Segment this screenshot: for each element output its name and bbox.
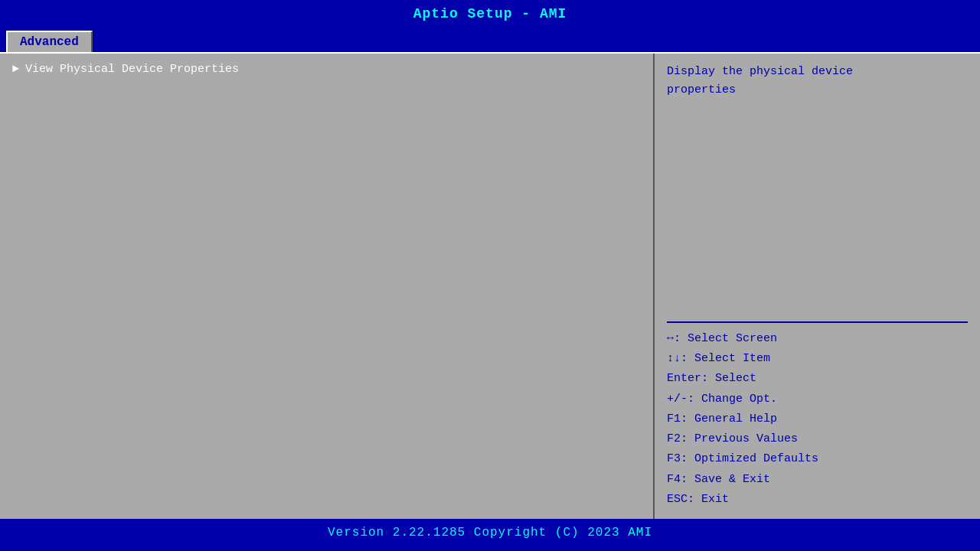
help-text-line2: properties: [667, 83, 736, 96]
tab-advanced-label: Advanced: [20, 35, 79, 49]
key-optimized-defaults: F3: Optimized Defaults: [667, 449, 968, 469]
key-save-exit: F4: Save & Exit: [667, 470, 968, 490]
key-select-item: ↕↓: Select Item: [667, 349, 968, 369]
arrow-icon: ►: [12, 63, 19, 76]
key-legend: ↔: Select Screen ↕↓: Select Item Enter: …: [667, 329, 968, 510]
key-general-help: F1: General Help: [667, 409, 968, 429]
left-panel: ► View Physical Device Properties: [0, 54, 655, 519]
key-enter-select: Enter: Select: [667, 369, 968, 389]
help-text: Display the physical device properties: [667, 63, 968, 315]
key-previous-values: F2: Previous Values: [667, 429, 968, 449]
key-select-screen: ↔: Select Screen: [667, 329, 968, 349]
key-esc-exit: ESC: Exit: [667, 490, 968, 510]
menu-item-view-physical[interactable]: ► View Physical Device Properties: [6, 60, 647, 79]
header-title: Aptio Setup - AMI: [413, 6, 567, 21]
menu-item-label: View Physical Device Properties: [25, 63, 239, 76]
right-panel: Display the physical device properties ↔…: [655, 54, 980, 519]
header: Aptio Setup - AMI: [0, 0, 980, 28]
main-content: ► View Physical Device Properties Displa…: [0, 52, 980, 519]
footer: Version 2.22.1285 Copyright (C) 2023 AMI: [0, 519, 980, 546]
divider: [667, 321, 968, 323]
footer-version: Version 2.22.1285 Copyright (C) 2023 AMI: [328, 526, 652, 540]
tab-advanced[interactable]: Advanced: [6, 31, 93, 52]
help-text-line1: Display the physical device: [667, 65, 853, 78]
tab-bar: Advanced: [0, 28, 980, 52]
key-change-opt: +/-: Change Opt.: [667, 390, 968, 409]
